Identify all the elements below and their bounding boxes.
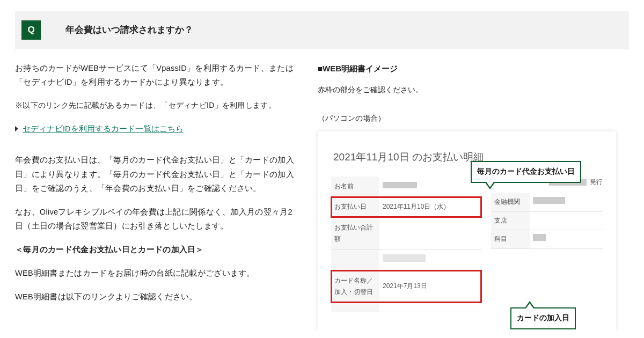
- statement-right-fields: 発行 金融機関 支店 科目: [481, 177, 603, 312]
- triangle-icon: [15, 126, 18, 131]
- row-bank: 金融機関: [491, 193, 603, 211]
- q-badge: Q: [21, 20, 41, 40]
- intro-paragraph: お持ちのカードがWEBサービスにて「VpassID」を利用するカード、または「セ…: [15, 61, 299, 89]
- link-lead-paragraph: WEB明細書は以下のリンクよりご確認ください。: [15, 290, 299, 304]
- left-column: お持ちのカードがWEBサービスにて「VpassID」を利用するカード、または「セ…: [15, 61, 316, 330]
- label-total: お支払い合計額: [331, 217, 379, 249]
- pc-label: （パソコンの場合）: [318, 112, 616, 125]
- label-pay-date: お支払い日: [331, 197, 379, 218]
- section-heading: ＜毎月のカード代金お支払い日とカードの加入日＞: [15, 243, 299, 256]
- label-item: 科目: [491, 230, 530, 249]
- note-line: ※以下のリンク先に記載があるカードは、「セディナビID」を利用します。: [15, 99, 299, 112]
- image-heading: ■WEB明細書イメージ: [318, 61, 616, 76]
- statement-left-fields: お名前 お支払い日 2021年11月10日（水） お支払い合計額: [331, 177, 481, 312]
- paper-paragraph: WEB明細書またはカードをお届け時の台紙に記載がございます。: [15, 266, 299, 280]
- callout-top-label: 毎月のカード代金お支払い日: [477, 167, 575, 175]
- question-bar: Q 年会費はいつ請求されますか？: [15, 11, 629, 49]
- row-trailing: [331, 303, 481, 312]
- content-columns: お持ちのカードがWEBサービスにて「VpassID」を利用するカード、または「セ…: [0, 49, 644, 330]
- issue-label: 発行: [590, 177, 603, 188]
- value-card-join: 2021年7月13日: [379, 270, 481, 303]
- row-blank: [331, 249, 481, 270]
- row-branch: 支店: [491, 211, 603, 230]
- row-pay-date: お支払い日 2021年11月10日（水）: [331, 197, 481, 218]
- right-column: ■WEB明細書イメージ 赤枠の部分をご確認ください。 （パソコンの場合） 202…: [316, 61, 616, 330]
- label-card-join: カード名称／ 加入・切替日: [331, 270, 379, 303]
- callout-bottom-label: カードの加入日: [517, 314, 569, 322]
- label-name: お名前: [331, 177, 379, 197]
- olive-paragraph: なお、Oliveフレキシブルペイの年会費は上記に関係なく、加入月の翌々月2日（土…: [15, 205, 299, 233]
- bank-table: 金融機関 支店 科目: [491, 193, 603, 249]
- label-bank: 金融機関: [491, 193, 530, 211]
- cedyna-link[interactable]: セディナビIDを利用するカード一覧はこちら: [23, 122, 184, 136]
- statement-mock: 2021年11月10日 のお支払い明細 毎月のカード代金お支払い日 カードの加入…: [318, 131, 616, 329]
- red-frame-note: 赤枠の部分をご確認ください。: [318, 83, 616, 97]
- cedyna-link-row: セディナビIDを利用するカード一覧はこちら: [15, 122, 299, 136]
- question-title: 年会費はいつ請求されますか？: [65, 22, 193, 39]
- row-total: お支払い合計額: [331, 217, 481, 249]
- value-pay-date: 2021年11月10日（水）: [379, 197, 481, 218]
- label-branch: 支店: [491, 211, 530, 230]
- row-item: 科目: [491, 230, 603, 249]
- callout-join-date: カードの加入日: [510, 307, 576, 329]
- statement-field-table: お名前 お支払い日 2021年11月10日（水） お支払い合計額: [331, 177, 481, 312]
- row-name: お名前: [331, 177, 481, 197]
- row-card-join: カード名称／ 加入・切替日 2021年7月13日: [331, 270, 481, 303]
- callout-monthly-pay-date: 毎月のカード代金お支払い日: [471, 161, 581, 182]
- explain-paragraph: 年会費のお支払い日は、「毎月のカード代金お支払い日」と「カードの加入日」により異…: [15, 153, 299, 195]
